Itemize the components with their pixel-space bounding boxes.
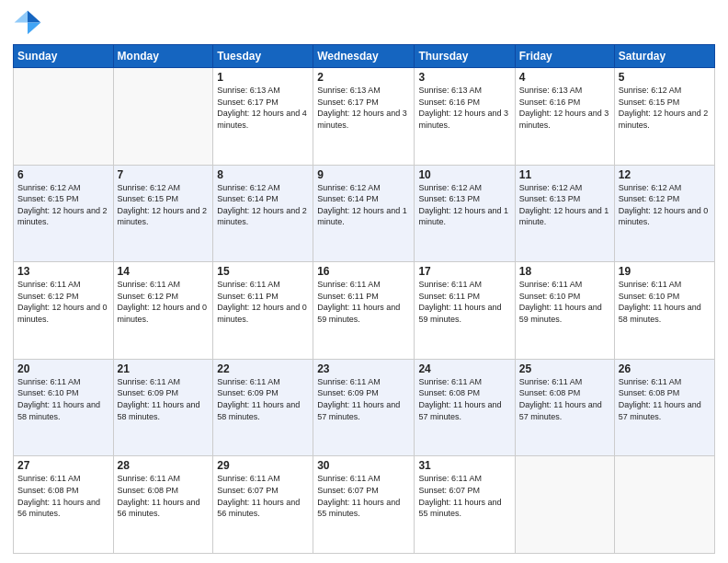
day-info: Sunrise: 6:12 AMSunset: 6:15 PMDaylight:… <box>118 182 210 228</box>
day-number: 27 <box>17 459 109 472</box>
logo-icon <box>13 9 42 39</box>
calendar-day: 30Sunrise: 6:11 AMSunset: 6:07 PMDayligh… <box>313 456 415 554</box>
day-number: 9 <box>317 168 410 181</box>
day-info: Sunrise: 6:12 AMSunset: 6:14 PMDaylight:… <box>317 182 410 228</box>
calendar-day: 23Sunrise: 6:11 AMSunset: 6:09 PMDayligh… <box>313 359 415 456</box>
day-info: Sunrise: 6:12 AMSunset: 6:13 PMDaylight:… <box>418 182 510 228</box>
day-info: Sunrise: 6:11 AMSunset: 6:08 PMDaylight:… <box>17 473 109 519</box>
logo <box>13 9 46 39</box>
calendar-day: 17Sunrise: 6:11 AMSunset: 6:11 PMDayligh… <box>415 262 515 360</box>
day-info: Sunrise: 6:11 AMSunset: 6:07 PMDaylight:… <box>317 473 410 519</box>
calendar-week: 20Sunrise: 6:11 AMSunset: 6:10 PMDayligh… <box>14 359 715 456</box>
day-number: 28 <box>118 459 210 472</box>
day-info: Sunrise: 6:11 AMSunset: 6:08 PMDaylight:… <box>118 473 210 519</box>
day-number: 14 <box>118 265 210 278</box>
day-info: Sunrise: 6:12 AMSunset: 6:12 PMDaylight:… <box>619 182 711 228</box>
day-info: Sunrise: 6:11 AMSunset: 6:07 PMDaylight:… <box>418 473 510 519</box>
calendar-day: 19Sunrise: 6:11 AMSunset: 6:10 PMDayligh… <box>614 262 714 360</box>
calendar-day: 11Sunrise: 6:12 AMSunset: 6:13 PMDayligh… <box>515 165 614 262</box>
calendar-day: 6Sunrise: 6:12 AMSunset: 6:15 PMDaylight… <box>14 165 114 262</box>
calendar-day: 13Sunrise: 6:11 AMSunset: 6:12 PMDayligh… <box>14 262 114 360</box>
day-info: Sunrise: 6:11 AMSunset: 6:10 PMDaylight:… <box>519 279 610 325</box>
calendar-week: 13Sunrise: 6:11 AMSunset: 6:12 PMDayligh… <box>14 262 715 360</box>
day-number: 1 <box>217 71 309 84</box>
day-info: Sunrise: 6:12 AMSunset: 6:15 PMDaylight:… <box>17 182 109 228</box>
day-number: 17 <box>418 265 510 278</box>
weekday-header: Thursday <box>415 45 515 68</box>
day-number: 4 <box>519 71 610 84</box>
day-number: 6 <box>17 168 109 181</box>
calendar-day: 18Sunrise: 6:11 AMSunset: 6:10 PMDayligh… <box>515 262 614 360</box>
day-info: Sunrise: 6:11 AMSunset: 6:11 PMDaylight:… <box>217 279 309 325</box>
calendar-day: 20Sunrise: 6:11 AMSunset: 6:10 PMDayligh… <box>14 359 114 456</box>
calendar-day: 5Sunrise: 6:12 AMSunset: 6:15 PMDaylight… <box>614 68 714 166</box>
calendar-day: 8Sunrise: 6:12 AMSunset: 6:14 PMDaylight… <box>213 165 313 262</box>
day-number: 20 <box>17 362 109 375</box>
day-info: Sunrise: 6:11 AMSunset: 6:08 PMDaylight:… <box>619 376 711 422</box>
calendar-day: 14Sunrise: 6:11 AMSunset: 6:12 PMDayligh… <box>113 262 213 360</box>
svg-marker-1 <box>28 22 40 34</box>
day-number: 23 <box>317 362 410 375</box>
calendar-week: 1Sunrise: 6:13 AMSunset: 6:17 PMDaylight… <box>14 68 715 166</box>
day-number: 3 <box>418 71 510 84</box>
day-info: Sunrise: 6:11 AMSunset: 6:12 PMDaylight:… <box>118 279 210 325</box>
calendar-day <box>14 68 114 166</box>
day-info: Sunrise: 6:12 AMSunset: 6:14 PMDaylight:… <box>217 182 309 228</box>
day-info: Sunrise: 6:11 AMSunset: 6:08 PMDaylight:… <box>519 376 610 422</box>
weekday-header: Wednesday <box>313 45 415 68</box>
calendar-day: 3Sunrise: 6:13 AMSunset: 6:16 PMDaylight… <box>415 68 515 166</box>
calendar-day: 9Sunrise: 6:12 AMSunset: 6:14 PMDaylight… <box>313 165 415 262</box>
weekday-header: Saturday <box>614 45 714 68</box>
day-number: 16 <box>317 265 410 278</box>
calendar-day: 31Sunrise: 6:11 AMSunset: 6:07 PMDayligh… <box>415 456 515 554</box>
page: SundayMondayTuesdayWednesdayThursdayFrid… <box>0 0 728 563</box>
weekday-header: Sunday <box>14 45 114 68</box>
day-info: Sunrise: 6:13 AMSunset: 6:16 PMDaylight:… <box>418 85 510 131</box>
day-number: 10 <box>418 168 510 181</box>
day-number: 15 <box>217 265 309 278</box>
calendar-day: 27Sunrise: 6:11 AMSunset: 6:08 PMDayligh… <box>14 456 114 554</box>
day-info: Sunrise: 6:11 AMSunset: 6:09 PMDaylight:… <box>317 376 410 422</box>
calendar-day: 12Sunrise: 6:12 AMSunset: 6:12 PMDayligh… <box>614 165 714 262</box>
day-info: Sunrise: 6:13 AMSunset: 6:16 PMDaylight:… <box>519 85 610 131</box>
calendar-day: 4Sunrise: 6:13 AMSunset: 6:16 PMDaylight… <box>515 68 614 166</box>
weekday-header: Friday <box>515 45 614 68</box>
calendar-day: 24Sunrise: 6:11 AMSunset: 6:08 PMDayligh… <box>415 359 515 456</box>
calendar-day: 2Sunrise: 6:13 AMSunset: 6:17 PMDaylight… <box>313 68 415 166</box>
calendar-day: 25Sunrise: 6:11 AMSunset: 6:08 PMDayligh… <box>515 359 614 456</box>
calendar-day <box>614 456 714 554</box>
calendar-day: 26Sunrise: 6:11 AMSunset: 6:08 PMDayligh… <box>614 359 714 456</box>
day-info: Sunrise: 6:11 AMSunset: 6:07 PMDaylight:… <box>217 473 309 519</box>
day-number: 30 <box>317 459 410 472</box>
day-number: 2 <box>317 71 410 84</box>
calendar-day: 16Sunrise: 6:11 AMSunset: 6:11 PMDayligh… <box>313 262 415 360</box>
day-number: 11 <box>519 168 610 181</box>
day-info: Sunrise: 6:12 AMSunset: 6:15 PMDaylight:… <box>619 85 711 131</box>
day-info: Sunrise: 6:11 AMSunset: 6:12 PMDaylight:… <box>17 279 109 325</box>
day-number: 18 <box>519 265 610 278</box>
calendar-day: 1Sunrise: 6:13 AMSunset: 6:17 PMDaylight… <box>213 68 313 166</box>
weekday-header: Monday <box>113 45 213 68</box>
calendar-week: 6Sunrise: 6:12 AMSunset: 6:15 PMDaylight… <box>14 165 715 262</box>
calendar-day <box>113 68 213 166</box>
day-info: Sunrise: 6:11 AMSunset: 6:10 PMDaylight:… <box>619 279 711 325</box>
calendar-day: 28Sunrise: 6:11 AMSunset: 6:08 PMDayligh… <box>113 456 213 554</box>
day-number: 13 <box>17 265 109 278</box>
calendar-week: 27Sunrise: 6:11 AMSunset: 6:08 PMDayligh… <box>14 456 715 554</box>
day-number: 22 <box>217 362 309 375</box>
header-row: SundayMondayTuesdayWednesdayThursdayFrid… <box>14 45 715 68</box>
top-section <box>13 9 715 39</box>
calendar-day: 22Sunrise: 6:11 AMSunset: 6:09 PMDayligh… <box>213 359 313 456</box>
day-info: Sunrise: 6:12 AMSunset: 6:13 PMDaylight:… <box>519 182 610 228</box>
calendar-table: SundayMondayTuesdayWednesdayThursdayFrid… <box>13 44 715 554</box>
day-number: 21 <box>118 362 210 375</box>
day-info: Sunrise: 6:11 AMSunset: 6:09 PMDaylight:… <box>118 376 210 422</box>
calendar-day <box>515 456 614 554</box>
day-number: 25 <box>519 362 610 375</box>
weekday-header: Tuesday <box>213 45 313 68</box>
day-info: Sunrise: 6:11 AMSunset: 6:11 PMDaylight:… <box>317 279 410 325</box>
day-number: 24 <box>418 362 510 375</box>
day-number: 19 <box>619 265 711 278</box>
day-number: 12 <box>619 168 711 181</box>
calendar-day: 7Sunrise: 6:12 AMSunset: 6:15 PMDaylight… <box>113 165 213 262</box>
